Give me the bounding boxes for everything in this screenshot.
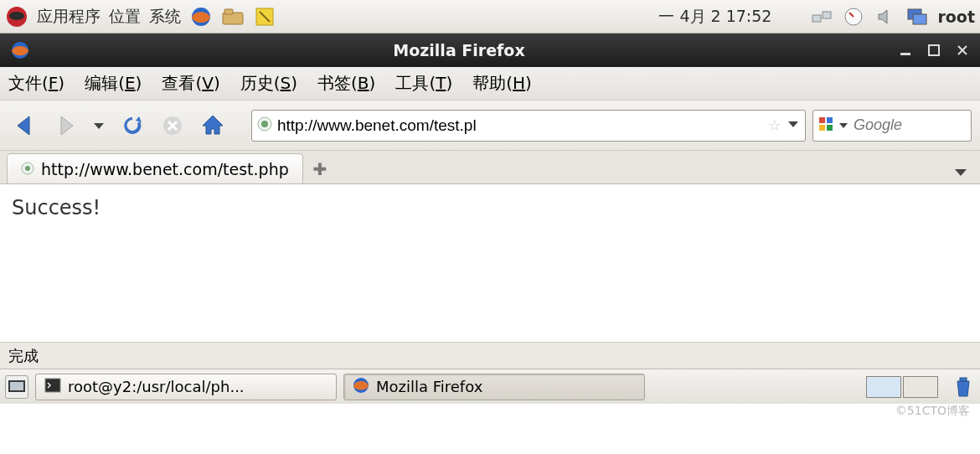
svg-rect-10 <box>913 14 926 24</box>
svg-rect-17 <box>819 117 825 123</box>
taskbar-item-label: root@y2:/usr/local/ph... <box>68 378 245 395</box>
firefox-menubar: 文件(F) 编辑(E) 查看(V) 历史(S) 书签(B) 工具(T) 帮助(H… <box>0 67 980 101</box>
panel-menu-places[interactable]: 位置 <box>109 6 141 28</box>
svg-rect-4 <box>224 9 233 14</box>
menu-bookmarks[interactable]: 书签(B) <box>317 72 375 95</box>
forward-button[interactable] <box>49 109 82 142</box>
trash-icon[interactable] <box>952 375 975 399</box>
svg-rect-12 <box>900 53 910 55</box>
address-dropdown-icon[interactable] <box>787 116 800 134</box>
svg-rect-20 <box>827 125 833 131</box>
menu-file[interactable]: 文件(F) <box>8 72 64 95</box>
tab-active[interactable]: http://www.benet.com/test.php <box>7 153 303 183</box>
status-bar: 完成 <box>0 342 980 369</box>
network-icon[interactable] <box>810 5 833 28</box>
file-manager-icon[interactable] <box>221 5 245 28</box>
history-dropdown-icon[interactable] <box>89 109 109 142</box>
search-bar[interactable] <box>812 110 972 142</box>
terminal-icon <box>44 378 61 396</box>
bookmark-star-icon[interactable]: ☆ <box>768 116 781 134</box>
search-engine-dropdown-icon[interactable] <box>838 116 848 134</box>
redhat-icon[interactable] <box>5 5 28 28</box>
tab-list-dropdown-icon[interactable] <box>953 165 980 183</box>
home-button[interactable] <box>196 109 230 142</box>
stop-button[interactable] <box>156 109 189 142</box>
workspace-1[interactable] <box>866 376 901 398</box>
search-input[interactable] <box>854 116 980 134</box>
svg-point-16 <box>261 121 268 127</box>
taskbar-item-label: Mozilla Firefox <box>376 378 482 395</box>
tab-bar: http://www.benet.com/test.php ✚ <box>0 151 980 184</box>
firefox-window-icon <box>8 39 32 62</box>
panel-menu-apps[interactable]: 应用程序 <box>37 6 101 28</box>
menu-history[interactable]: 历史(S) <box>240 72 297 95</box>
status-text: 完成 <box>8 346 39 366</box>
workspace-2[interactable] <box>903 376 938 398</box>
volume-icon[interactable] <box>874 5 897 28</box>
display-icon[interactable] <box>905 5 929 28</box>
svg-rect-7 <box>823 12 831 18</box>
reload-button[interactable] <box>116 109 149 142</box>
svg-rect-13 <box>929 45 939 55</box>
tab-label: http://www.benet.com/test.php <box>41 160 289 178</box>
menu-help[interactable]: 帮助(H) <box>472 72 532 95</box>
close-button[interactable] <box>953 41 972 59</box>
maximize-button[interactable] <box>925 41 943 59</box>
site-favicon-icon <box>257 116 272 135</box>
show-desktop-icon[interactable] <box>5 375 28 399</box>
svg-rect-18 <box>827 117 833 123</box>
firefox-toolbar: ☆ <box>0 101 980 151</box>
address-input[interactable] <box>277 116 763 135</box>
google-engine-icon[interactable] <box>818 116 833 135</box>
svg-rect-26 <box>45 379 60 392</box>
gnome-top-panel: 应用程序 位置 系统 一 4月 2 17:52 root <box>0 0 980 34</box>
back-button[interactable] <box>8 109 42 142</box>
page-text: Success! <box>12 196 101 219</box>
note-icon[interactable] <box>253 5 276 28</box>
new-tab-button[interactable]: ✚ <box>303 155 337 183</box>
menu-view[interactable]: 查看(V) <box>162 72 219 95</box>
watermark: ©51CTO博客 <box>895 404 970 419</box>
window-title: Mozilla Firefox <box>32 41 886 59</box>
address-bar[interactable]: ☆ <box>251 110 806 142</box>
window-titlebar: Mozilla Firefox <box>0 34 980 67</box>
svg-rect-25 <box>10 382 23 390</box>
firefox-launcher-icon[interactable] <box>189 5 213 28</box>
svg-point-23 <box>25 166 30 171</box>
gnome-bottom-panel: root@y2:/usr/local/ph... Mozilla Firefox <box>0 369 980 404</box>
svg-rect-6 <box>812 15 821 22</box>
taskbar-item-firefox[interactable]: Mozilla Firefox <box>343 374 645 400</box>
menu-edit[interactable]: 编辑(E) <box>85 72 142 95</box>
svg-rect-19 <box>819 125 825 131</box>
firefox-task-icon <box>353 377 369 397</box>
workspace-switcher[interactable] <box>866 376 938 398</box>
minimize-button[interactable] <box>896 41 915 59</box>
svg-point-1 <box>9 12 24 20</box>
menu-tools[interactable]: 工具(T) <box>395 72 452 95</box>
page-content: Success! <box>0 184 980 342</box>
panel-user[interactable]: root <box>937 8 975 26</box>
panel-menu-system[interactable]: 系统 <box>149 6 181 28</box>
taskbar-item-terminal[interactable]: root@y2:/usr/local/ph... <box>35 374 337 400</box>
cpu-monitor-icon[interactable] <box>842 5 865 28</box>
svg-rect-28 <box>960 378 967 381</box>
panel-clock[interactable]: 一 4月 2 17:52 <box>658 6 771 28</box>
tab-favicon-icon <box>21 160 34 178</box>
